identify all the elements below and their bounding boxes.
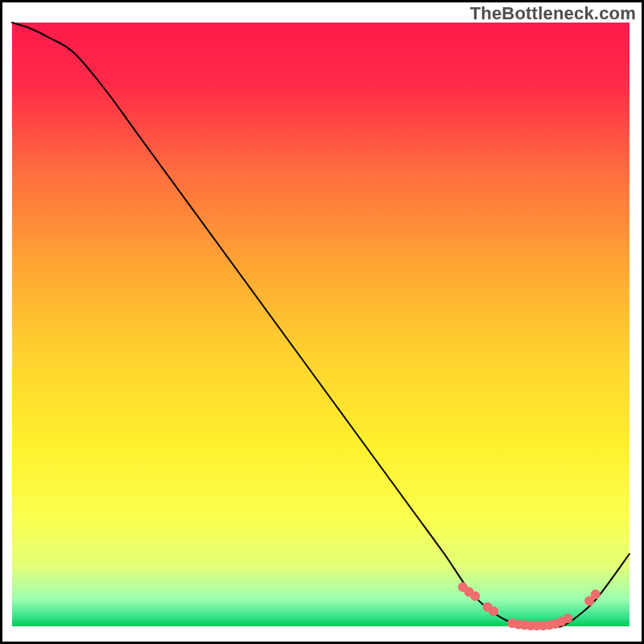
- watermark-text: TheBottleneck.com: [470, 3, 636, 24]
- marker-dot: [489, 606, 498, 616]
- plot-background: [12, 23, 630, 626]
- marker-dot: [591, 589, 601, 599]
- marker-dot: [563, 613, 572, 623]
- chart-container: TheBottleneck.com: [0, 0, 644, 644]
- marker-dot: [470, 592, 480, 601]
- bottleneck-chart: [0, 0, 644, 644]
